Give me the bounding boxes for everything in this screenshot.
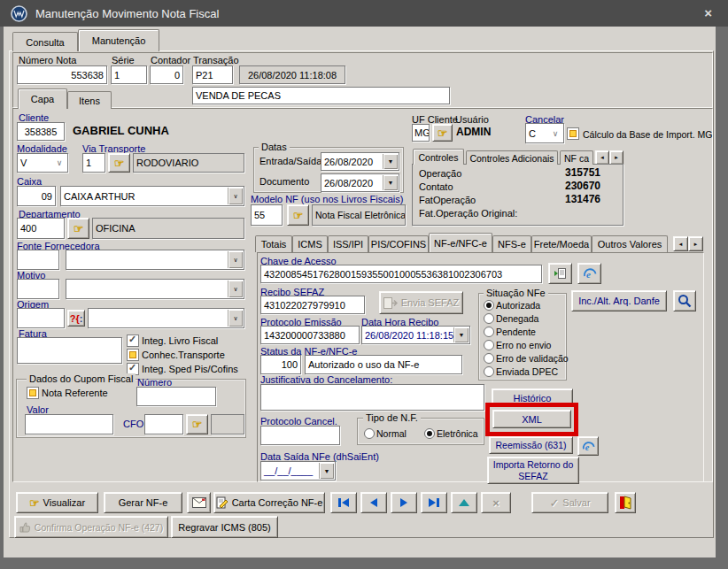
gerar-nfe-button[interactable]: Gerar NF-e <box>104 492 182 513</box>
uf-lookup-button[interactable]: ☞ <box>432 124 453 142</box>
xml-button[interactable]: XML <box>492 410 571 428</box>
chevron-down-icon[interactable]: ∨ <box>52 155 66 171</box>
via-transporte-lookup-button[interactable]: ☞ <box>108 153 130 173</box>
motivo-combo[interactable]: ∨ <box>66 279 244 299</box>
salvar-button[interactable]: ✓Salvar <box>531 492 608 513</box>
numero-nota-field[interactable]: 553638 <box>17 65 107 84</box>
controles-tabs-scroll-right[interactable]: ► <box>609 150 623 165</box>
reemissao-button[interactable]: Reemissão (631) <box>489 436 573 454</box>
uf-cliente-field[interactable]: MG <box>412 124 430 142</box>
tipo-normal-radio[interactable] <box>364 428 375 439</box>
chevron-down-icon[interactable]: ∨ <box>228 281 243 297</box>
documento-date-combo[interactable]: 26/08/2020▼ <box>321 173 399 192</box>
regravar-icms-button[interactable]: Regravar ICMS (805) <box>171 516 278 538</box>
cupom-numero-field[interactable] <box>136 387 216 406</box>
tab-capa[interactable]: Capa <box>18 88 67 109</box>
status-desc-field[interactable]: Autorizado o uso da NF-e <box>305 355 462 374</box>
modelo-nf-code-field[interactable]: 55 <box>251 204 283 226</box>
recibo-sefaz-field[interactable]: 431022027979910 <box>260 296 365 314</box>
email-button[interactable] <box>187 492 211 513</box>
protocolo-emissao-field[interactable]: 143200000733880 <box>260 326 360 344</box>
envia-sefaz-button[interactable]: Envia SEFAZ <box>379 291 463 314</box>
situacao-denegada-radio[interactable] <box>484 313 494 324</box>
calc-base-checkbox[interactable] <box>567 127 579 140</box>
chevron-down-icon[interactable]: ▼ <box>319 463 334 479</box>
historico-button[interactable]: Histórico <box>492 388 573 407</box>
confirma-operacao-button[interactable]: Confirma Operação NF-e (427) <box>14 516 168 538</box>
reemissao-web-button[interactable]: e <box>577 436 599 456</box>
tab-controles[interactable]: Controles <box>413 149 464 165</box>
nav-refresh-button[interactable] <box>451 492 477 513</box>
importa-retorno-button[interactable]: Importa Retorno do SEFAZ <box>487 457 579 484</box>
nav-last-button[interactable] <box>421 492 447 513</box>
tab-iss-ipi[interactable]: ISS/IPI <box>328 235 368 252</box>
situacao-erro-validacao-radio[interactable] <box>484 353 494 364</box>
nota-referente-checkbox[interactable] <box>27 387 39 399</box>
modelo-nf-lookup-button[interactable]: ☞ <box>287 204 309 226</box>
chave-acesso-field[interactable]: 4320085451762800159355001000553638100230… <box>260 265 542 283</box>
chevron-down-icon[interactable]: ∨ <box>548 125 562 142</box>
departamento-lookup-button[interactable]: ☞ <box>67 218 89 239</box>
nav-previous-button[interactable] <box>360 492 387 513</box>
motivo-code-field[interactable] <box>17 279 59 299</box>
chevron-down-icon[interactable]: ▼ <box>383 175 398 190</box>
modalidade-combo[interactable]: V∨ <box>17 153 68 173</box>
nfe-tabs-scroll-left[interactable]: ◄ <box>673 236 688 251</box>
nav-first-button[interactable] <box>330 492 357 513</box>
tab-icms[interactable]: ICMS <box>292 235 328 252</box>
descricao-field[interactable]: VENDA DE PECAS <box>192 87 450 104</box>
sair-button[interactable] <box>615 492 636 513</box>
cfo-lookup-button[interactable]: ☞ <box>186 414 208 434</box>
controles-tabs-scroll-left[interactable]: ◄ <box>595 150 609 165</box>
origem-code-field[interactable] <box>17 308 65 328</box>
tab-consulta[interactable]: Consulta <box>12 32 78 51</box>
close-icon[interactable]: × <box>704 5 712 20</box>
caixa-code-field[interactable]: 09 <box>17 186 56 206</box>
chevron-down-icon[interactable]: ▼ <box>453 327 469 342</box>
copia-chave-button[interactable] <box>548 263 572 284</box>
chevron-down-icon[interactable]: ∨ <box>228 310 243 327</box>
origem-combo[interactable]: ∨ <box>88 308 244 328</box>
situacao-autorizada-radio[interactable] <box>484 300 494 311</box>
fonte-fornecedora-combo[interactable]: ∨ <box>66 250 244 270</box>
inc-alt-danfe-button[interactable]: Inc./Alt. Arq. Danfe <box>571 290 667 311</box>
situacao-enviada-dpec-radio[interactable] <box>484 366 494 377</box>
entrada-saida-date-combo[interactable]: 26/08/2020▼ <box>321 152 399 171</box>
nfe-tabs-scroll-right[interactable]: ► <box>688 236 703 251</box>
tab-totais[interactable]: Totais <box>255 235 292 252</box>
tab-frete-moeda[interactable]: Frete/Moeda <box>531 235 592 252</box>
situacao-pendente-radio[interactable] <box>484 327 494 337</box>
via-transporte-code-field[interactable]: 1 <box>82 153 105 173</box>
chevron-down-icon[interactable]: ∨ <box>228 251 243 268</box>
tipo-eletronica-radio[interactable] <box>424 428 435 439</box>
serie-field[interactable]: 1 <box>111 65 147 84</box>
contador-field[interactable]: 0 <box>150 65 183 84</box>
tab-outros-valores[interactable]: Outros Valores <box>592 235 668 252</box>
transacao-field[interactable]: P21 <box>192 65 233 84</box>
data-saida-combo[interactable]: __/__/____▼ <box>260 461 336 481</box>
nav-next-button[interactable] <box>391 492 417 513</box>
visualizar-button[interactable]: ☞Visualizar <box>16 492 98 513</box>
tab-nfs-e[interactable]: NFS-e <box>492 235 531 252</box>
conhec-transporte-checkbox[interactable] <box>127 349 139 361</box>
integ-livro-checkbox[interactable] <box>127 334 139 347</box>
departamento-code-field[interactable]: 400 <box>17 218 65 239</box>
cancelar-combo[interactable]: C∨ <box>525 123 564 143</box>
fatura-field[interactable] <box>17 337 122 364</box>
tab-nf-ca[interactable]: NF ca <box>560 150 593 165</box>
fonte-fornecedora-code-field[interactable] <box>17 250 59 270</box>
tab-manutencao[interactable]: Manutenção <box>78 29 159 51</box>
situacao-erro-envio-radio[interactable] <box>484 340 494 350</box>
tab-itens[interactable]: Itens <box>67 91 112 109</box>
caixa-combo[interactable]: CAIXA ARTHUR∨ <box>60 186 244 206</box>
justificativa-textarea[interactable] <box>260 384 484 411</box>
nav-cancel-button[interactable]: × <box>481 492 511 513</box>
origem-lookup-icon[interactable]: ?{: <box>67 310 85 327</box>
protocolo-cancel-field[interactable] <box>260 426 340 445</box>
consulta-web-button[interactable]: e <box>577 263 601 284</box>
tab-nfe-nfce[interactable]: NF-e/NFC-e <box>429 233 492 252</box>
cliente-code-field[interactable]: 358385 <box>17 122 65 141</box>
tab-pis-cofins[interactable]: PIS/COFINS <box>368 235 429 252</box>
cupom-valor-field[interactable] <box>25 414 113 434</box>
pesquisa-danfe-button[interactable] <box>673 290 696 311</box>
